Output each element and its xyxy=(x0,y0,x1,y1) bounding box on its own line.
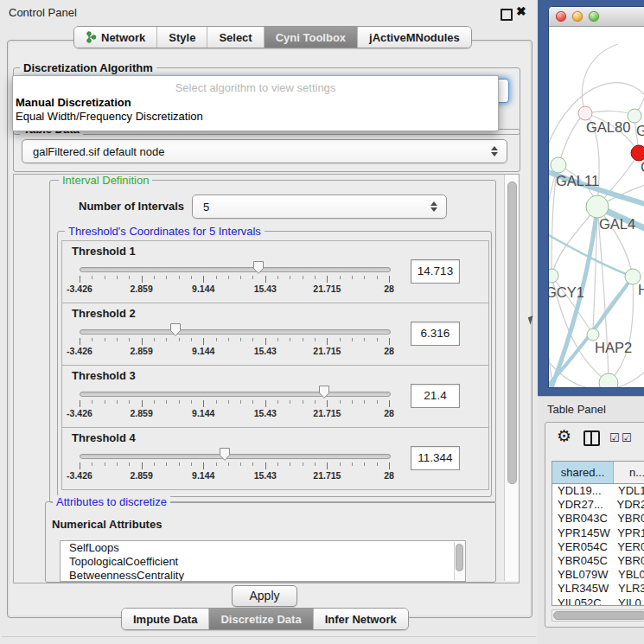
threshold-value-field[interactable]: 11.344 xyxy=(411,446,460,470)
pane-scrollbar[interactable] xyxy=(504,175,519,581)
tab-style[interactable]: Style xyxy=(157,27,207,48)
algorithm-popup: Select algorithm to view settings Manual… xyxy=(12,75,499,131)
cell-name: YPR1... xyxy=(612,526,644,540)
table-data-value: galFiltered.sif default node xyxy=(22,145,491,158)
table-row[interactable]: YLR345WYLR3... xyxy=(552,582,644,596)
network-node-gal4[interactable] xyxy=(586,195,609,218)
threshold-slider-thumb[interactable] xyxy=(252,260,265,275)
attribute-list-item[interactable]: BetweennessCentrality xyxy=(61,569,465,582)
tab-network[interactable]: Network xyxy=(74,27,157,48)
table-row[interactable]: YPR145WYPR1... xyxy=(552,526,644,540)
network-edge[interactable] xyxy=(582,44,618,113)
network-node-hap2[interactable] xyxy=(587,328,599,341)
table-row[interactable]: YBR045CYBR0... xyxy=(552,554,644,568)
zoom-traffic-light-icon[interactable] xyxy=(589,11,599,22)
panel-bottom-edge xyxy=(2,636,536,637)
threshold-slider-track[interactable] xyxy=(80,454,391,459)
table-row[interactable]: YDR27...YDR2... xyxy=(552,498,644,512)
threshold-title: Threshold 2 xyxy=(72,307,136,320)
network-node-label: GA xyxy=(636,123,644,138)
threshold-slider-thumb[interactable] xyxy=(318,385,330,399)
close-icon[interactable]: ✖ xyxy=(516,4,526,18)
tick-label: 2.859 xyxy=(130,284,152,294)
table-row[interactable]: YIL052CYIL0... xyxy=(552,596,644,606)
tab-select[interactable]: Select xyxy=(207,27,264,48)
attribute-list-item[interactable]: TopologicalCoefficient xyxy=(61,555,465,569)
threshold-slider-thumb[interactable] xyxy=(169,322,182,337)
number-of-intervals-label: Number of Intervals xyxy=(79,200,184,213)
gear-icon[interactable]: ⚙ xyxy=(557,426,571,446)
cell-name: YBL0... xyxy=(613,568,644,582)
tab-jactivemnodules[interactable]: jActiveMNodules xyxy=(358,27,471,48)
table-panel-title: Table Panel xyxy=(547,403,606,416)
tick-label: 15.43 xyxy=(254,284,277,294)
network-icon xyxy=(86,31,97,43)
numerical-attributes-list[interactable]: SelfLoopsTopologicalCoefficientBetweenne… xyxy=(60,540,466,582)
attribute-list-item[interactable]: SelfLoops xyxy=(61,541,465,555)
network-window-titlebar[interactable] xyxy=(549,7,644,27)
tab-network-label: Network xyxy=(101,31,145,44)
threshold-title: Threshold 3 xyxy=(72,369,136,382)
column-header-name[interactable]: n... xyxy=(614,462,644,483)
panel-title: Control Panel xyxy=(9,6,77,19)
network-node-label: GCY1 xyxy=(549,284,584,300)
table-row[interactable]: YBR043CYBR0... xyxy=(552,512,644,526)
number-of-intervals-combobox[interactable]: 5 xyxy=(192,194,447,219)
tick-label: 28 xyxy=(384,346,394,356)
tick-label: 15.43 xyxy=(254,470,277,481)
attributes-group: Attributes to discretize Numerical Attri… xyxy=(45,501,496,583)
table-data-combobox[interactable]: galFiltered.sif default node xyxy=(22,139,507,163)
popup-hint: Select algorithm to view settings xyxy=(13,81,498,94)
close-traffic-light-icon[interactable] xyxy=(556,11,566,22)
network-node-label: H xyxy=(638,282,644,297)
network-node-label: GAL4 xyxy=(599,216,635,232)
network-edge[interactable] xyxy=(597,207,609,383)
threshold-slider-track[interactable] xyxy=(80,267,391,272)
cell-name: YDR2... xyxy=(611,498,644,512)
table-row[interactable]: YBL079WYBL0... xyxy=(552,568,644,582)
tab-cyni-toolbox[interactable]: Cyni Toolbox xyxy=(265,27,358,48)
attributes-label: Attributes to discretize xyxy=(53,495,170,508)
network-node-gcy1[interactable] xyxy=(549,269,558,283)
tick-label: 9.144 xyxy=(192,470,214,481)
network-node-ga[interactable] xyxy=(628,109,641,123)
network-edge[interactable] xyxy=(585,111,634,116)
network-node-label: HAP2 xyxy=(595,340,632,355)
network-canvas[interactable]: GAL80GACGAL11GAL4GCY1HHAP2 xyxy=(549,27,644,387)
threshold-panel-2: Threshold 2-3.4262.8599.14415.4321.71528… xyxy=(61,303,489,366)
threshold-value-field[interactable]: 14.713 xyxy=(411,259,460,284)
popup-item-manual-discretization[interactable]: Manual Discretization xyxy=(16,96,131,109)
split-columns-icon[interactable] xyxy=(583,430,600,446)
network-edge[interactable] xyxy=(558,113,585,165)
table-horizontal-scrollbar[interactable] xyxy=(552,609,644,622)
cell-shared-name: YBL079W xyxy=(552,568,613,582)
tick-label: 21.715 xyxy=(313,346,341,356)
top-tabstrip: Network Style Select Cyni Toolbox jActiv… xyxy=(73,26,472,48)
float-window-icon[interactable] xyxy=(501,9,513,21)
threshold-value-field[interactable]: 21.4 xyxy=(411,384,460,408)
checkbox-icon[interactable]: ☑ xyxy=(609,431,620,444)
table-panel: ⚙ ☑ ☑ shared... n... YDL19...YDL1...YDR2… xyxy=(545,422,644,628)
threshold-slider-track[interactable] xyxy=(80,392,391,397)
network-node-gal80[interactable] xyxy=(578,106,592,120)
tab-infer-network[interactable]: Infer Network xyxy=(314,609,408,629)
tab-discretize-data[interactable]: Discretize Data xyxy=(209,609,313,629)
threshold-value-field[interactable]: 6.316 xyxy=(411,322,460,346)
cell-shared-name: YDL19... xyxy=(552,484,613,498)
network-node-gal11[interactable] xyxy=(551,157,566,173)
attributes-scrollbar[interactable] xyxy=(454,542,464,580)
column-header-shared-name[interactable]: shared... xyxy=(552,462,614,483)
screen: Control Panel ✖ Discretization Algorithm… xyxy=(0,0,644,644)
tab-impute-data[interactable]: Impute Data xyxy=(122,609,209,629)
apply-button[interactable]: Apply xyxy=(232,585,297,607)
threshold-slider-track[interactable] xyxy=(80,329,391,335)
threshold-slider-thumb[interactable] xyxy=(219,447,231,462)
table-row[interactable]: YDL19...YDL1... xyxy=(552,484,644,498)
table-row[interactable]: YER054CYER0... xyxy=(552,540,644,554)
table-panel-section: Table Panel ⚙ ☑ ☑ shared... n... YDL19..… xyxy=(538,396,644,644)
popup-item-equal-width-frequency[interactable]: Equal Width/Frequency Discretization xyxy=(16,110,203,123)
minimize-traffic-light-icon[interactable] xyxy=(572,11,583,22)
network-view-window: GAL80GACGAL11GAL4GCY1HHAP2 xyxy=(548,6,644,388)
checkbox-icon[interactable]: ☑ xyxy=(622,431,632,444)
cell-shared-name: YER054C xyxy=(552,540,612,554)
